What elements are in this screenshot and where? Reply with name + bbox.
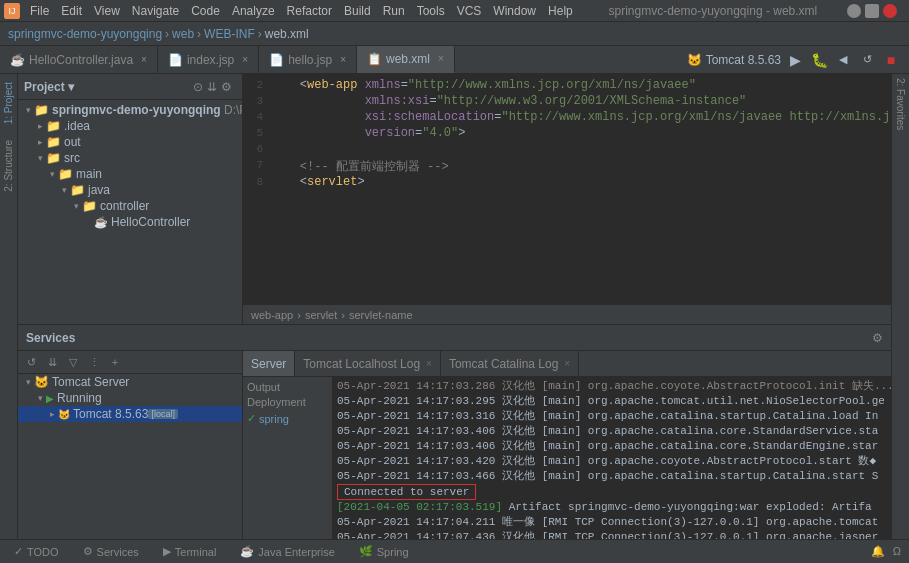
breadcrumb-webxml[interactable]: web.xml <box>265 27 309 41</box>
undo-button[interactable]: ↺ <box>857 50 877 70</box>
menu-window[interactable]: Window <box>487 0 542 22</box>
tab-hellocontroller-close[interactable]: × <box>141 54 147 65</box>
menu-view[interactable]: View <box>88 0 126 22</box>
breadcrumb-project[interactable]: springmvc-demo-yuyongqing <box>8 27 162 41</box>
main-folder-icon: 📁 <box>58 167 73 181</box>
tree-src[interactable]: ▾ 📁 src <box>18 150 242 166</box>
tree-java-label: java <box>88 183 110 197</box>
service-tree: ↺ ⇊ ▽ ⋮ + ▾ 🐱 Tomcat Server ▾ <box>18 351 243 539</box>
favorites-panel-tab[interactable]: 2: Favorites <box>893 74 908 134</box>
tab-indexjsp-close[interactable]: × <box>242 54 248 65</box>
tree-hellocontroller[interactable]: ☕ HelloController <box>18 214 242 230</box>
svc-refresh-btn[interactable]: ↺ <box>22 353 40 371</box>
run-button[interactable]: ▶ <box>785 50 805 70</box>
hellocontroller-file-icon: ☕ <box>94 216 108 229</box>
tab-hellojsp-close[interactable]: × <box>340 54 346 65</box>
svc-tab-server[interactable]: Server <box>243 351 295 376</box>
tab-hellojsp[interactable]: 📄 hello.jsp × <box>259 46 357 73</box>
tree-out[interactable]: ▸ 📁 out <box>18 134 242 150</box>
debug-button[interactable]: 🐛 <box>809 50 829 70</box>
stop-button[interactable]: ■ <box>881 50 901 70</box>
tree-controller[interactable]: ▾ 📁 controller <box>18 198 242 214</box>
collapse-icon[interactable]: ⇊ <box>207 80 217 94</box>
svc-tab-localhost-log[interactable]: Tomcat Localhost Log × <box>295 351 441 376</box>
structure-panel-tab[interactable]: 2: Structure <box>1 136 16 196</box>
breadcrumb-web[interactable]: web <box>172 27 194 41</box>
app-icon: IJ <box>4 3 20 19</box>
statusbar-terminal[interactable]: ▶ Terminal <box>157 540 223 564</box>
output-line-3: 05-Apr-2021 14:17:03.316 汉化他 [main] org.… <box>337 409 887 424</box>
tab-hellocontroller-label: HelloController.java <box>29 53 133 67</box>
svc-tree-running[interactable]: ▾ ▶ Running <box>18 390 242 406</box>
status-bar: ✓ TODO ⚙ Services ▶ Terminal ☕ Java Ente… <box>0 539 909 563</box>
svc-tab-catalina-close[interactable]: × <box>564 358 570 369</box>
update-button[interactable]: ◀ <box>833 50 853 70</box>
svc-add-btn[interactable]: + <box>106 353 124 371</box>
menu-vcs[interactable]: VCS <box>451 0 488 22</box>
svc-tab-localhost-close[interactable]: × <box>426 358 432 369</box>
status-lf: Ω <box>893 545 901 558</box>
svc-tree-tomcat-server[interactable]: ▾ 🐱 Tomcat Server <box>18 374 242 390</box>
tab-webxml[interactable]: 📋 web.xml × <box>357 46 455 73</box>
code-line-7: 7 <!-- 配置前端控制器 --> <box>243 158 891 175</box>
settings-icon[interactable]: ⚙ <box>221 80 232 94</box>
tree-root[interactable]: ▾ 📁 springmvc-demo-yuyongqing D:\Progr..… <box>18 102 242 118</box>
menu-help[interactable]: Help <box>542 0 579 22</box>
menu-refactor[interactable]: Refactor <box>281 0 338 22</box>
connected-to-server-badge: Connected to server <box>337 484 476 500</box>
code-line-2: 2 <web-app xmlns="http://www.xmlns.jcp.o… <box>243 78 891 94</box>
statusbar-services[interactable]: ⚙ Services <box>77 540 145 564</box>
menu-file[interactable]: File <box>24 0 55 22</box>
java-enterprise-icon: ☕ <box>240 545 254 558</box>
project-panel-tab[interactable]: 1: Project <box>1 78 16 128</box>
project-panel-header: Project ▾ ⊙ ⇊ ⚙ <box>18 74 242 100</box>
menu-tools[interactable]: Tools <box>411 0 451 22</box>
menu-edit[interactable]: Edit <box>55 0 88 22</box>
svc-expand-btn[interactable]: ⇊ <box>43 353 61 371</box>
project-panel: Project ▾ ⊙ ⇊ ⚙ ▾ 📁 springmvc-demo-yuyon… <box>18 74 243 324</box>
output-line-9: [2021-04-05 02:17:03.519] Artifact sprin… <box>337 500 887 515</box>
statusbar-todo[interactable]: ✓ TODO <box>8 540 65 564</box>
output-label: Output <box>247 381 328 393</box>
svc-filter-btn[interactable]: ▽ <box>64 353 82 371</box>
output-line-2: 05-Apr-2021 14:17:03.295 汉化他 [main] org.… <box>337 394 887 409</box>
close-btn[interactable] <box>883 4 897 18</box>
breadcrumb-webinf[interactable]: WEB-INF <box>204 27 255 41</box>
menu-navigate[interactable]: Navigate <box>126 0 185 22</box>
tab-indexjsp[interactable]: 📄 index.jsp × <box>158 46 259 73</box>
tree-main[interactable]: ▾ 📁 main <box>18 166 242 182</box>
code-line-4: 4 xsi:schemaLocation="http://www.xmlns.j… <box>243 110 891 126</box>
tab-hellocontroller[interactable]: ☕ HelloController.java × <box>0 46 158 73</box>
window-title: springmvc-demo-yuyongqing - web.xml <box>579 4 847 18</box>
code-line-6: 6 <box>243 142 891 158</box>
svc-tree-tomcat-instance[interactable]: ▸ 🐱 Tomcat 8.5.63 [local] <box>18 406 242 422</box>
out-folder-icon: 📁 <box>46 135 61 149</box>
tab-webxml-close[interactable]: × <box>438 53 444 64</box>
menu-bar: IJ File Edit View Navigate Code Analyze … <box>0 0 909 22</box>
deployment-item-label: spring <box>259 413 289 425</box>
code-editor[interactable]: 2 <web-app xmlns="http://www.xmlns.jcp.o… <box>243 74 891 324</box>
tree-main-label: main <box>76 167 102 181</box>
svc-tab-catalina-log[interactable]: Tomcat Catalina Log × <box>441 351 579 376</box>
statusbar-java-enterprise[interactable]: ☕ Java Enterprise <box>234 540 340 564</box>
deployment-panel: Output Deployment ✓ spring <box>243 377 333 539</box>
minimize-btn[interactable] <box>847 4 861 18</box>
menu-build[interactable]: Build <box>338 0 377 22</box>
menu-analyze[interactable]: Analyze <box>226 0 281 22</box>
svc-sort-btn[interactable]: ⋮ <box>85 353 103 371</box>
sync-icon[interactable]: ⊙ <box>193 80 203 94</box>
menu-code[interactable]: Code <box>185 0 226 22</box>
maximize-btn[interactable] <box>865 4 879 18</box>
statusbar-spring-label: Spring <box>377 546 409 558</box>
left-tool-windows: 1: Project 2: Structure <box>0 74 18 539</box>
services-settings-icon[interactable]: ⚙ <box>872 331 883 345</box>
statusbar-services-label: Services <box>97 546 139 558</box>
tree-java[interactable]: ▾ 📁 java <box>18 182 242 198</box>
statusbar-spring[interactable]: 🌿 Spring <box>353 540 415 564</box>
output-line-1: 05-Apr-2021 14:17:03.286 汉化他 [main] org.… <box>337 379 887 394</box>
tab-indexjsp-label: index.jsp <box>187 53 234 67</box>
code-line-3: 3 xmlns:xsi="http://www.w3.org/2001/XMLS… <box>243 94 891 110</box>
menu-run[interactable]: Run <box>377 0 411 22</box>
deployment-spring[interactable]: ✓ spring <box>247 412 328 425</box>
tree-idea[interactable]: ▸ 📁 .idea <box>18 118 242 134</box>
